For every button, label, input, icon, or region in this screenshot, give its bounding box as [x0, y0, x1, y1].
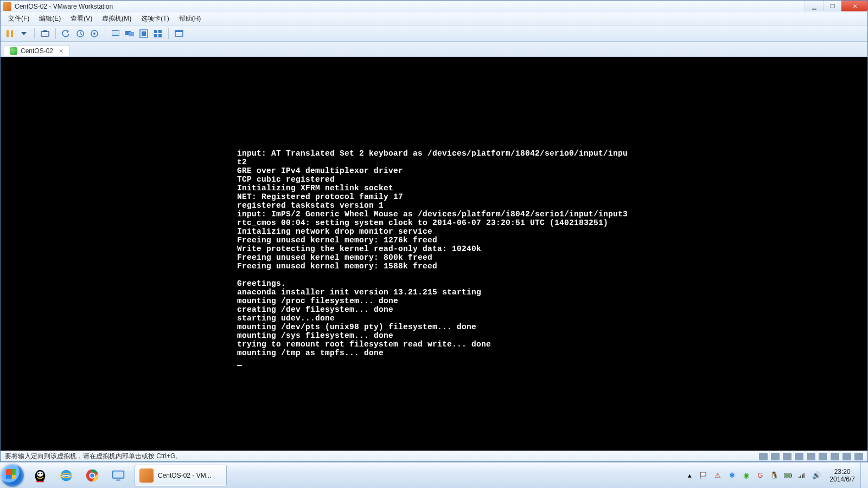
svg-rect-41 — [803, 473, 805, 478]
svg-rect-32 — [116, 479, 120, 480]
tray-shield-icon[interactable]: ◉ — [742, 471, 750, 480]
pinned-explorer[interactable] — [106, 465, 130, 486]
cursor — [237, 365, 242, 366]
boot-console-output: input: AT Translated Set 2 keyboard as /… — [237, 149, 633, 366]
menu-tabs[interactable]: 选项卡(T) — [137, 13, 173, 24]
sound-icon[interactable] — [819, 453, 827, 460]
menu-view[interactable]: 查看(V) — [66, 13, 97, 24]
svg-rect-1 — [11, 30, 13, 37]
tray-chevron-icon[interactable]: ▴ — [685, 471, 694, 480]
tray-battery-icon[interactable] — [784, 471, 793, 480]
message-log-icon[interactable] — [854, 453, 863, 460]
harddisk-icon[interactable] — [759, 453, 768, 460]
tray-volume-icon[interactable]: 🔊 — [812, 471, 821, 480]
toolbar-separator — [55, 28, 56, 39]
svg-point-23 — [38, 472, 40, 474]
snapshot-manager-button[interactable] — [88, 28, 100, 40]
device-status-icons — [759, 453, 863, 460]
svg-rect-4 — [43, 30, 47, 32]
toolbar-separator — [105, 28, 105, 39]
svg-point-8 — [93, 33, 95, 35]
toolbar-separator — [168, 28, 169, 39]
start-button[interactable] — [1, 464, 24, 487]
svg-point-29 — [90, 473, 94, 478]
statusbar: 要将输入定向到该虚拟机，请在虚拟机内部单击或按 Ctrl+G。 — [1, 451, 867, 461]
tray-clock[interactable]: 23:20 2014/6/7 — [826, 468, 858, 483]
svg-rect-14 — [142, 31, 146, 36]
tab-centos02[interactable]: CentOS-02 ✕ — [4, 45, 69, 56]
fullscreen-button[interactable] — [173, 28, 185, 40]
show-console-button[interactable] — [110, 28, 122, 40]
svg-marker-2 — [21, 32, 27, 35]
svg-rect-39 — [800, 476, 801, 478]
tabbar: CentOS-02 ✕ — [1, 42, 867, 57]
revert-button[interactable] — [60, 28, 72, 40]
minimize-button[interactable]: ▁ — [805, 1, 823, 11]
tab-label: CentOS-02 — [21, 47, 53, 55]
menu-help[interactable]: 帮助(H) — [175, 13, 206, 24]
snapshot-take-button[interactable] — [74, 28, 86, 40]
titlebar[interactable]: CentOS-02 - VMware Workstation ▁ ❐ ✕ — [1, 1, 867, 12]
system-tray: ▴ ⚠ ✱ ◉ G 🐧 🔊 23:20 2014/6/7 — [683, 468, 860, 483]
tray-wifi-icon[interactable] — [798, 471, 807, 480]
printer-icon[interactable] — [831, 453, 839, 460]
network-adapter-icon[interactable] — [795, 453, 803, 460]
show-desktop-button[interactable] — [860, 463, 868, 489]
pinned-ie[interactable] — [54, 465, 78, 486]
toolbar — [1, 25, 867, 42]
tab-close-icon[interactable]: ✕ — [59, 48, 63, 55]
vm-icon — [10, 47, 17, 55]
svg-rect-20 — [175, 30, 183, 32]
app-window: CentOS-02 - VMware Workstation ▁ ❐ ✕ 文件(… — [0, 0, 868, 462]
tray-app1-icon[interactable]: G — [756, 471, 764, 480]
svg-rect-0 — [7, 30, 9, 37]
app-icon — [3, 2, 11, 11]
window-controls: ▁ ❐ ✕ — [805, 1, 867, 11]
vm-viewport[interactable]: input: AT Translated Set 2 keyboard as /… — [1, 57, 867, 451]
svg-point-22 — [37, 471, 43, 476]
tray-date: 2014/6/7 — [829, 476, 855, 483]
svg-rect-3 — [41, 31, 49, 36]
svg-rect-18 — [158, 34, 162, 37]
taskbar-app-label: CentOS-02 - VM... — [158, 472, 212, 479]
svg-rect-17 — [154, 34, 157, 37]
thumbnail-button[interactable] — [152, 28, 164, 40]
svg-rect-12 — [129, 32, 134, 36]
pinned-qq[interactable] — [28, 465, 52, 486]
multiple-monitors-button[interactable] — [124, 28, 136, 40]
cdrom-icon[interactable] — [771, 453, 780, 460]
tray-network-icon[interactable]: ⚠ — [713, 471, 722, 480]
svg-point-24 — [41, 472, 43, 474]
menu-file[interactable]: 文件(F) — [4, 13, 34, 24]
tray-qq-icon[interactable]: 🐧 — [770, 471, 778, 480]
status-hint: 要将输入定向到该虚拟机，请在虚拟机内部单击或按 Ctrl+G。 — [5, 452, 182, 461]
menubar: 文件(F) 编辑(E) 查看(V) 虚拟机(M) 选项卡(T) 帮助(H) — [1, 12, 867, 25]
pinned-chrome[interactable] — [80, 465, 104, 486]
svg-rect-40 — [802, 474, 803, 478]
suspend-button[interactable] — [4, 28, 16, 40]
menu-edit[interactable]: 编辑(E) — [35, 13, 65, 24]
svg-rect-36 — [791, 474, 792, 477]
tray-flag-icon[interactable] — [699, 471, 708, 480]
maximize-button[interactable]: ❐ — [823, 1, 841, 11]
svg-rect-10 — [112, 31, 119, 35]
toolbar-separator — [34, 28, 35, 39]
unity-button[interactable] — [138, 28, 150, 40]
windows-taskbar: CentOS-02 - VM... ▴ ⚠ ✱ ◉ G 🐧 🔊 23:20 20… — [0, 462, 868, 488]
vmware-icon — [139, 468, 154, 483]
tray-time: 23:20 — [829, 468, 855, 476]
floppy-icon[interactable] — [783, 453, 792, 460]
menu-vm[interactable]: 虚拟机(M) — [98, 13, 136, 24]
display-icon[interactable] — [843, 453, 851, 460]
svg-rect-16 — [158, 30, 162, 33]
taskbar-app-vmware[interactable]: CentOS-02 - VM... — [135, 465, 227, 486]
usb-icon[interactable] — [807, 453, 815, 460]
window-title: CentOS-02 - VMware Workstation — [15, 3, 113, 10]
close-button[interactable]: ✕ — [841, 1, 867, 11]
toolbar-dropdown[interactable] — [18, 28, 30, 40]
svg-rect-31 — [113, 471, 124, 477]
snapshot-button[interactable] — [39, 28, 51, 40]
svg-rect-37 — [785, 474, 790, 477]
svg-rect-33 — [700, 472, 706, 476]
tray-bluetooth-icon[interactable]: ✱ — [727, 471, 736, 480]
